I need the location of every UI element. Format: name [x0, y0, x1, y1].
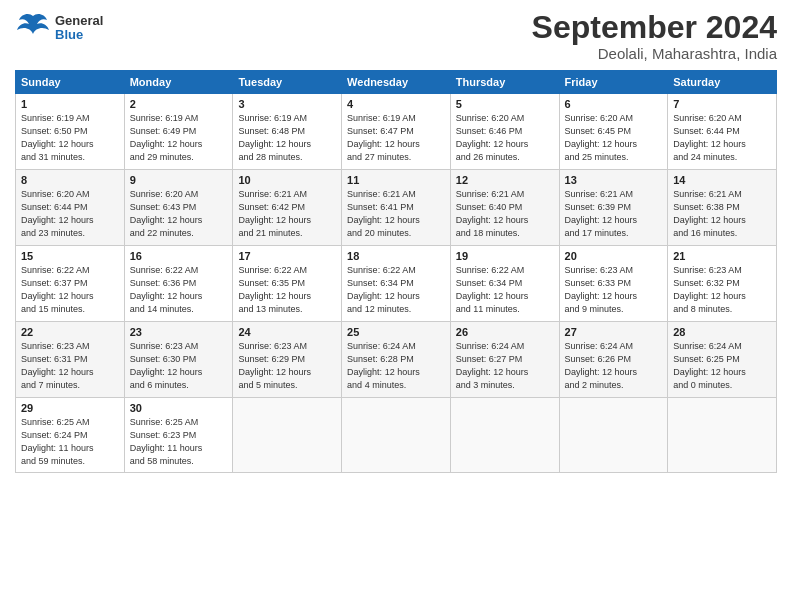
day-number: 6	[565, 98, 663, 110]
col-sunday: Sunday	[16, 71, 125, 94]
day-number: 16	[130, 250, 228, 262]
calendar-table: Sunday Monday Tuesday Wednesday Thursday…	[15, 70, 777, 473]
day-info: Sunrise: 6:20 AM Sunset: 6:46 PM Dayligh…	[456, 112, 554, 164]
calendar-cell: 16Sunrise: 6:22 AM Sunset: 6:36 PM Dayli…	[124, 246, 233, 322]
calendar-cell: 18Sunrise: 6:22 AM Sunset: 6:34 PM Dayli…	[342, 246, 451, 322]
col-friday: Friday	[559, 71, 668, 94]
day-number: 18	[347, 250, 445, 262]
day-info: Sunrise: 6:22 AM Sunset: 6:35 PM Dayligh…	[238, 264, 336, 316]
day-number: 23	[130, 326, 228, 338]
day-info: Sunrise: 6:23 AM Sunset: 6:30 PM Dayligh…	[130, 340, 228, 392]
day-info: Sunrise: 6:21 AM Sunset: 6:38 PM Dayligh…	[673, 188, 771, 240]
day-number: 29	[21, 402, 119, 414]
location-subtitle: Deolali, Maharashtra, India	[532, 45, 777, 62]
calendar-cell: 7Sunrise: 6:20 AM Sunset: 6:44 PM Daylig…	[668, 94, 777, 170]
day-number: 5	[456, 98, 554, 110]
calendar-cell: 9Sunrise: 6:20 AM Sunset: 6:43 PM Daylig…	[124, 170, 233, 246]
calendar-cell: 15Sunrise: 6:22 AM Sunset: 6:37 PM Dayli…	[16, 246, 125, 322]
day-info: Sunrise: 6:22 AM Sunset: 6:34 PM Dayligh…	[347, 264, 445, 316]
calendar-cell: 27Sunrise: 6:24 AM Sunset: 6:26 PM Dayli…	[559, 322, 668, 398]
calendar-cell: 22Sunrise: 6:23 AM Sunset: 6:31 PM Dayli…	[16, 322, 125, 398]
calendar-cell: 3Sunrise: 6:19 AM Sunset: 6:48 PM Daylig…	[233, 94, 342, 170]
day-number: 19	[456, 250, 554, 262]
day-info: Sunrise: 6:20 AM Sunset: 6:45 PM Dayligh…	[565, 112, 663, 164]
day-info: Sunrise: 6:19 AM Sunset: 6:49 PM Dayligh…	[130, 112, 228, 164]
calendar-cell: 28Sunrise: 6:24 AM Sunset: 6:25 PM Dayli…	[668, 322, 777, 398]
day-number: 2	[130, 98, 228, 110]
day-info: Sunrise: 6:19 AM Sunset: 6:50 PM Dayligh…	[21, 112, 119, 164]
col-monday: Monday	[124, 71, 233, 94]
day-number: 13	[565, 174, 663, 186]
logo-text-blue: Blue	[55, 28, 103, 42]
calendar-cell: 23Sunrise: 6:23 AM Sunset: 6:30 PM Dayli…	[124, 322, 233, 398]
calendar-cell	[342, 398, 451, 473]
logo-bird-icon	[15, 10, 51, 46]
day-info: Sunrise: 6:19 AM Sunset: 6:47 PM Dayligh…	[347, 112, 445, 164]
calendar-cell: 5Sunrise: 6:20 AM Sunset: 6:46 PM Daylig…	[450, 94, 559, 170]
day-info: Sunrise: 6:19 AM Sunset: 6:48 PM Dayligh…	[238, 112, 336, 164]
calendar-cell: 4Sunrise: 6:19 AM Sunset: 6:47 PM Daylig…	[342, 94, 451, 170]
calendar-cell: 29Sunrise: 6:25 AM Sunset: 6:24 PM Dayli…	[16, 398, 125, 473]
day-number: 21	[673, 250, 771, 262]
day-number: 22	[21, 326, 119, 338]
day-number: 14	[673, 174, 771, 186]
day-info: Sunrise: 6:20 AM Sunset: 6:44 PM Dayligh…	[673, 112, 771, 164]
day-number: 4	[347, 98, 445, 110]
logo-graphic: General Blue	[15, 10, 103, 46]
day-number: 17	[238, 250, 336, 262]
calendar-cell: 6Sunrise: 6:20 AM Sunset: 6:45 PM Daylig…	[559, 94, 668, 170]
day-number: 3	[238, 98, 336, 110]
day-info: Sunrise: 6:23 AM Sunset: 6:31 PM Dayligh…	[21, 340, 119, 392]
calendar-cell: 12Sunrise: 6:21 AM Sunset: 6:40 PM Dayli…	[450, 170, 559, 246]
calendar-cell: 10Sunrise: 6:21 AM Sunset: 6:42 PM Dayli…	[233, 170, 342, 246]
day-number: 15	[21, 250, 119, 262]
calendar-cell: 25Sunrise: 6:24 AM Sunset: 6:28 PM Dayli…	[342, 322, 451, 398]
day-info: Sunrise: 6:21 AM Sunset: 6:40 PM Dayligh…	[456, 188, 554, 240]
col-thursday: Thursday	[450, 71, 559, 94]
calendar-cell	[233, 398, 342, 473]
day-info: Sunrise: 6:21 AM Sunset: 6:39 PM Dayligh…	[565, 188, 663, 240]
page-header: General Blue September 2024 Deolali, Mah…	[15, 10, 777, 62]
calendar-cell: 24Sunrise: 6:23 AM Sunset: 6:29 PM Dayli…	[233, 322, 342, 398]
logo: General Blue	[15, 10, 103, 46]
day-number: 9	[130, 174, 228, 186]
day-info: Sunrise: 6:20 AM Sunset: 6:44 PM Dayligh…	[21, 188, 119, 240]
day-info: Sunrise: 6:23 AM Sunset: 6:29 PM Dayligh…	[238, 340, 336, 392]
day-info: Sunrise: 6:22 AM Sunset: 6:36 PM Dayligh…	[130, 264, 228, 316]
calendar-cell: 2Sunrise: 6:19 AM Sunset: 6:49 PM Daylig…	[124, 94, 233, 170]
day-info: Sunrise: 6:24 AM Sunset: 6:28 PM Dayligh…	[347, 340, 445, 392]
calendar-cell: 8Sunrise: 6:20 AM Sunset: 6:44 PM Daylig…	[16, 170, 125, 246]
day-number: 7	[673, 98, 771, 110]
col-saturday: Saturday	[668, 71, 777, 94]
day-number: 25	[347, 326, 445, 338]
day-number: 24	[238, 326, 336, 338]
day-info: Sunrise: 6:24 AM Sunset: 6:25 PM Dayligh…	[673, 340, 771, 392]
calendar-cell: 20Sunrise: 6:23 AM Sunset: 6:33 PM Dayli…	[559, 246, 668, 322]
day-info: Sunrise: 6:24 AM Sunset: 6:27 PM Dayligh…	[456, 340, 554, 392]
month-title: September 2024	[532, 10, 777, 45]
calendar-cell: 1Sunrise: 6:19 AM Sunset: 6:50 PM Daylig…	[16, 94, 125, 170]
day-info: Sunrise: 6:21 AM Sunset: 6:42 PM Dayligh…	[238, 188, 336, 240]
calendar-cell	[559, 398, 668, 473]
title-block: September 2024 Deolali, Maharashtra, Ind…	[532, 10, 777, 62]
day-number: 26	[456, 326, 554, 338]
calendar-cell: 14Sunrise: 6:21 AM Sunset: 6:38 PM Dayli…	[668, 170, 777, 246]
calendar-cell: 19Sunrise: 6:22 AM Sunset: 6:34 PM Dayli…	[450, 246, 559, 322]
day-info: Sunrise: 6:23 AM Sunset: 6:32 PM Dayligh…	[673, 264, 771, 316]
day-number: 8	[21, 174, 119, 186]
day-info: Sunrise: 6:25 AM Sunset: 6:23 PM Dayligh…	[130, 416, 228, 468]
calendar-cell	[668, 398, 777, 473]
day-info: Sunrise: 6:22 AM Sunset: 6:34 PM Dayligh…	[456, 264, 554, 316]
day-number: 10	[238, 174, 336, 186]
col-wednesday: Wednesday	[342, 71, 451, 94]
day-number: 20	[565, 250, 663, 262]
day-info: Sunrise: 6:24 AM Sunset: 6:26 PM Dayligh…	[565, 340, 663, 392]
day-info: Sunrise: 6:25 AM Sunset: 6:24 PM Dayligh…	[21, 416, 119, 468]
calendar-cell: 26Sunrise: 6:24 AM Sunset: 6:27 PM Dayli…	[450, 322, 559, 398]
calendar-cell: 13Sunrise: 6:21 AM Sunset: 6:39 PM Dayli…	[559, 170, 668, 246]
day-info: Sunrise: 6:23 AM Sunset: 6:33 PM Dayligh…	[565, 264, 663, 316]
logo-text-general: General	[55, 14, 103, 28]
calendar-cell: 21Sunrise: 6:23 AM Sunset: 6:32 PM Dayli…	[668, 246, 777, 322]
calendar-cell: 17Sunrise: 6:22 AM Sunset: 6:35 PM Dayli…	[233, 246, 342, 322]
day-number: 28	[673, 326, 771, 338]
